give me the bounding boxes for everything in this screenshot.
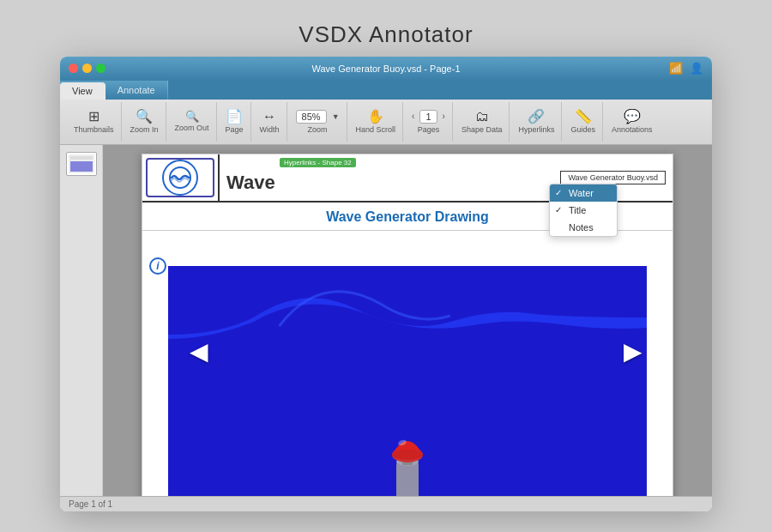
content-area: Hyperlinks - Shape 32 Wave Wave Generato…: [60, 145, 712, 496]
hyperlinks-group: 🔗 Hyperlinks: [511, 102, 562, 142]
close-button[interactable]: [69, 63, 78, 73]
hyperlinks-icon[interactable]: 🔗: [528, 110, 545, 124]
guides-icon[interactable]: 📏: [575, 110, 592, 124]
hand-scroll-label: Hand Scroll: [356, 125, 396, 134]
title-check: ✓: [555, 205, 562, 215]
zoom-label: Zoom: [308, 125, 328, 134]
nav-left-arrow[interactable]: ◀: [190, 336, 208, 365]
width-label: Width: [260, 125, 280, 134]
next-page-button[interactable]: ›: [443, 112, 445, 121]
status-text: Page 1 of 1: [69, 499, 112, 509]
dropdown-menu: ✓ Water ✓ Title ✓ Notes: [549, 184, 618, 237]
tab-annotate[interactable]: Annotate: [106, 81, 168, 100]
thumbnails-label: Thumbnails: [74, 125, 114, 134]
zoom-chevron[interactable]: ▼: [332, 112, 340, 121]
guides-group: 📏 Guides: [564, 102, 603, 142]
width-icon[interactable]: ↔: [262, 110, 276, 124]
shape-data-group: 🗂 Shape Data: [455, 102, 510, 142]
guides-label: Guides: [570, 125, 595, 134]
prev-page-button[interactable]: ‹: [412, 112, 414, 121]
app-window: Wave Generator Buoy.vsd - Page-1 📶 👤 Vie…: [60, 57, 712, 511]
doc-area: Hyperlinks - Shape 32 Wave Wave Generato…: [103, 145, 712, 496]
toolbar-tabs: View Annotate: [60, 81, 712, 100]
doc-logo: [146, 158, 214, 197]
wifi-icon: 📶: [669, 62, 683, 75]
buoy-svg: [365, 376, 450, 496]
page-number: 1: [419, 110, 437, 124]
thumbnails-panel: [60, 145, 103, 496]
dropdown-item-notes[interactable]: ✓ Notes: [550, 219, 617, 236]
maximize-button[interactable]: [96, 63, 106, 73]
pages-label: Pages: [418, 125, 440, 134]
tab-view[interactable]: View: [60, 82, 106, 100]
hand-scroll-icon[interactable]: ✋: [367, 110, 384, 124]
water-check: ✓: [555, 188, 562, 197]
thumbnail-1[interactable]: [66, 152, 97, 176]
wave-illustration: [168, 266, 647, 496]
traffic-lights: [69, 63, 106, 73]
page-icon[interactable]: 📄: [226, 110, 243, 124]
zoom-in-group: 🔍 Zoom In: [124, 102, 166, 142]
annotations-icon[interactable]: 💬: [624, 110, 641, 124]
page-label: Page: [226, 125, 244, 134]
hyperlinks-label: Hyperlinks: [518, 125, 554, 134]
thumbnails-group: ⊞ Thumbnails: [67, 102, 122, 142]
annotations-label: Annotations: [612, 125, 653, 134]
pages-group: ‹ 1 › Pages: [405, 102, 453, 142]
pages-nav-row: ‹ 1 ›: [412, 110, 445, 124]
doc-file-tag: Wave Generator Buoy.vsd: [560, 171, 666, 184]
svg-point-13: [392, 450, 423, 460]
svg-rect-8: [396, 462, 419, 496]
zoom-group: 85% ▼ Zoom: [289, 102, 347, 142]
window-title: Wave Generator Buoy.vsd - Page-1: [311, 63, 460, 74]
zoom-row: 85% ▼: [296, 110, 340, 124]
dropdown-item-title[interactable]: ✓ Title: [550, 202, 617, 219]
page-group: 📄 Page: [219, 102, 251, 142]
annotations-group: 💬 Annotations: [605, 102, 660, 142]
zoom-value[interactable]: 85%: [296, 110, 327, 124]
thumbnails-icon: ⊞: [88, 110, 100, 124]
hand-scroll-group: ✋ Hand Scroll: [349, 102, 404, 142]
zoom-in-label: Zoom In: [130, 125, 159, 134]
minimize-button[interactable]: [82, 63, 92, 73]
user-icon[interactable]: 👤: [690, 62, 703, 75]
zoom-in-icon[interactable]: 🔍: [136, 110, 153, 124]
nav-right-arrow[interactable]: ▶: [624, 336, 642, 365]
zoom-out-label: Zoom Out: [175, 124, 209, 132]
zoom-out-group: 🔍 Zoom Out: [168, 102, 217, 142]
wave-svg: [168, 266, 647, 352]
wave-logo-icon: [162, 160, 198, 196]
title-bar-right: 📶 👤: [669, 62, 703, 75]
toolbar-buttons: ⊞ Thumbnails 🔍 Zoom In 🔍 Zoom Out 📄 Page…: [60, 100, 712, 144]
zoom-out-icon[interactable]: 🔍: [185, 111, 199, 122]
title-bar: Wave Generator Buoy.vsd - Page-1 📶 👤: [60, 57, 712, 81]
info-icon[interactable]: i: [149, 257, 166, 275]
toolbar: View Annotate ⊞ Thumbnails 🔍 Zoom In 🔍 Z…: [60, 81, 712, 145]
shape-data-icon[interactable]: 🗂: [475, 110, 489, 124]
svg-rect-2: [70, 161, 93, 172]
width-group: ↔ Width: [253, 102, 287, 142]
status-bar: Page 1 of 1: [60, 496, 712, 511]
app-wrapper: VSDX Annotator Wave Generator Buoy.vsd -…: [60, 21, 712, 511]
dropdown-item-water[interactable]: ✓ Water: [550, 184, 617, 202]
hyperlink-tag: Hyperlinks - Shape 32: [280, 158, 356, 167]
svg-rect-1: [70, 156, 93, 160]
app-title: VSDX Annotator: [299, 21, 473, 48]
shape-data-label: Shape Data: [461, 125, 503, 134]
